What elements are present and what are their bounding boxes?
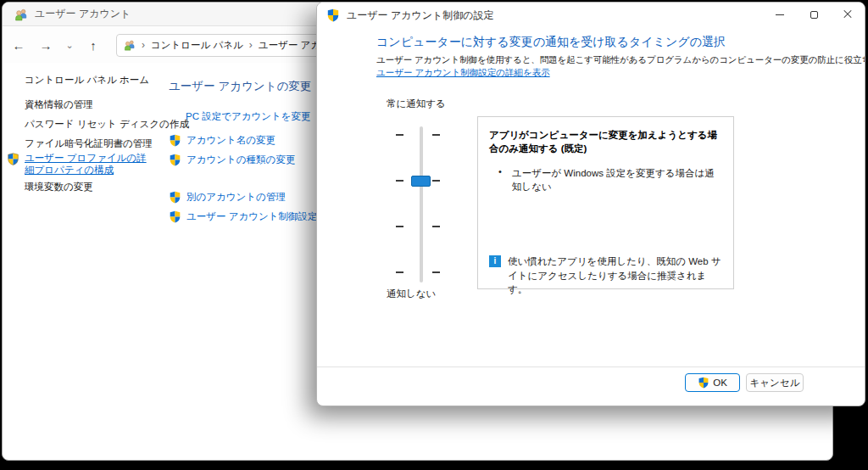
cancel-button[interactable]: キャンセル xyxy=(746,373,804,392)
notification-slider-track[interactable] xyxy=(420,126,423,283)
uac-shield-icon xyxy=(169,191,181,204)
recommendation-note: i 使い慣れたアプリを使用したり、既知の Web サイトにアクセスしたりする場合… xyxy=(489,255,725,297)
link-label: 別のアカウントの管理 xyxy=(186,191,286,204)
close-icon xyxy=(843,10,852,19)
user-accounts-icon xyxy=(14,8,28,21)
change-account-name-link[interactable]: アカウント名の変更 xyxy=(169,134,275,147)
minimize-icon xyxy=(776,14,784,15)
change-account-type-link[interactable]: アカウントの種類の変更 xyxy=(169,154,295,166)
ok-button[interactable]: OK xyxy=(685,373,740,392)
user-accounts-icon xyxy=(124,39,136,51)
maximize-icon xyxy=(810,11,818,19)
slider-tick xyxy=(432,271,440,273)
footer-divider xyxy=(317,366,865,367)
level-detail-text: ユーザーが Windows 設定を変更する場合は通知しない xyxy=(512,166,723,193)
level-detail-item: • ユーザーが Windows 設定を変更する場合は通知しない xyxy=(498,166,723,193)
uac-shield-icon xyxy=(169,154,181,166)
slider-tick xyxy=(396,226,403,227)
sidebar-item-manage-file-encryption-certificates[interactable]: ファイル暗号化証明書の管理 xyxy=(25,137,153,150)
page-title: コンピューターに対する変更の通知を受け取るタイミングの選択 xyxy=(376,35,726,50)
cancel-button-label: キャンセル xyxy=(750,377,800,389)
recommendation-text: 使い慣れたアプリを使用したり、既知の Web サイトにアクセスしたりする場合に推… xyxy=(508,255,725,297)
page-title: ユーザー アカウントの変更 xyxy=(169,79,311,94)
slider-label-never-notify: 通知しない xyxy=(387,288,436,300)
sidebar-item-change-environment-variables[interactable]: 環境変数の変更 xyxy=(25,181,93,193)
bullet-icon: • xyxy=(498,166,502,193)
link-label: アカウント名の変更 xyxy=(186,134,275,147)
uac-shield-icon xyxy=(326,8,340,22)
chevron-right-icon: › xyxy=(248,39,254,51)
ok-button-label: OK xyxy=(713,378,727,388)
uac-shield-icon xyxy=(169,134,181,147)
back-icon[interactable]: ← xyxy=(8,39,30,52)
sidebar-item-control-panel-home[interactable]: コントロール パネル ホーム xyxy=(25,74,149,87)
uac-shield-icon xyxy=(169,210,181,223)
forward-icon[interactable]: → xyxy=(35,39,57,52)
breadcrumb-control-panel[interactable]: コントロール パネル xyxy=(151,39,243,52)
description-text: ユーザー アカウント制御を使用すると、問題を起こす可能性があるプログラムからのコ… xyxy=(376,54,865,66)
sidebar-item-create-password-reset-disk[interactable]: パスワード リセット ディスクの作成 xyxy=(25,118,189,131)
manage-another-account-link[interactable]: 別のアカウントの管理 xyxy=(169,191,286,204)
close-button[interactable] xyxy=(831,3,865,26)
slider-tick xyxy=(396,180,403,182)
change-account-in-pc-settings-link[interactable]: PC 設定でアカウントを変更 xyxy=(186,110,311,123)
recent-pages-chevron-icon[interactable]: ⌄ xyxy=(62,41,77,50)
uac-shield-icon xyxy=(698,377,709,389)
notification-level-description-box: アプリがコンピューターに変更を加えようとする場合のみ通知する (既定) • ユー… xyxy=(477,116,734,289)
slider-label-always-notify: 常に通知する xyxy=(387,98,446,110)
up-icon[interactable]: ↑ xyxy=(82,39,104,52)
slider-tick xyxy=(432,226,440,227)
slider-tick xyxy=(396,134,403,136)
uac-shield-icon xyxy=(7,153,19,165)
level-title: アプリがコンピューターに変更を加えようとする場合のみ通知する (既定) xyxy=(489,128,725,155)
window-title: ユーザー アカウント xyxy=(35,7,131,21)
slider-tick xyxy=(432,134,440,136)
uac-settings-window: ユーザー アカウント制御の設定 コンピューターに対する変更の通知を受け取るタイミ… xyxy=(316,2,865,406)
slider-tick xyxy=(396,271,403,273)
link-label: アカウントの種類の変更 xyxy=(186,154,295,166)
minimize-button[interactable] xyxy=(763,3,797,26)
uac-details-link[interactable]: ユーザー アカウント制御設定の詳細を表示 xyxy=(376,67,550,79)
slider-tick xyxy=(432,180,440,182)
window-title: ユーザー アカウント制御の設定 xyxy=(347,8,494,23)
info-icon: i xyxy=(489,255,501,267)
sidebar-item-manage-credentials[interactable]: 資格情報の管理 xyxy=(25,98,93,111)
chevron-right-icon: › xyxy=(140,39,147,51)
sidebar-item-configure-advanced-user-profile-properties[interactable]: ユーザー プロファイルの詳細プロパティの構成 xyxy=(25,152,153,176)
notification-slider-thumb[interactable] xyxy=(411,176,431,187)
maximize-button[interactable] xyxy=(797,3,831,26)
